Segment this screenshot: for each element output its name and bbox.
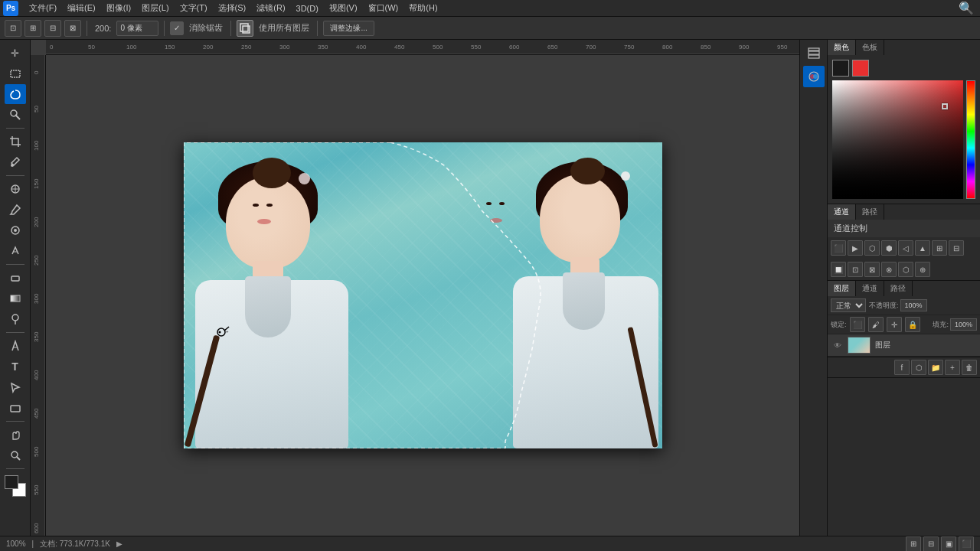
menu-filter[interactable]: 滤镜(R)	[252, 1, 289, 15]
history-brush-btn[interactable]	[5, 241, 26, 261]
paths-tab2[interactable]: 路径	[884, 281, 913, 296]
pen-tool-btn[interactable]	[5, 336, 26, 356]
canvas-content[interactable]: +	[46, 55, 799, 536]
fg-color-large[interactable]	[832, 60, 849, 77]
fg-color-swatch[interactable]	[5, 475, 18, 489]
status-btn-3[interactable]: ▣	[941, 536, 956, 552]
paths-tab[interactable]: 路径	[856, 204, 884, 220]
ch-btn-14[interactable]: ⊕	[915, 262, 930, 277]
channel-btn-5[interactable]: ◁	[898, 240, 913, 256]
channel-btn-2[interactable]: ▶	[848, 240, 863, 256]
color-picker-handle[interactable]	[942, 103, 948, 109]
intersect-selection-btn[interactable]: ⊠	[64, 20, 81, 37]
move-tool-btn[interactable]: ✛	[5, 43, 26, 63]
color-hue-slider[interactable]	[966, 80, 975, 199]
ch-btn-11[interactable]: ⊠	[864, 262, 880, 277]
channel-btn-3[interactable]: ⬡	[864, 240, 880, 256]
lasso-options-btn[interactable]: ⊡	[5, 20, 21, 37]
refine-edge-btn[interactable]: 调整边缘...	[323, 21, 374, 36]
search-icon[interactable]: 🔍	[956, 1, 977, 15]
menu-3d[interactable]: 3D(D)	[292, 2, 323, 15]
add-selection-btn[interactable]: ⊞	[24, 20, 41, 37]
layer-new-layer-btn[interactable]: +	[945, 360, 960, 375]
color-tab[interactable]: 颜色	[828, 40, 856, 55]
bg-color-large[interactable]	[852, 60, 869, 77]
menu-file[interactable]: 文件(F)	[24, 1, 61, 15]
shape-tool-btn[interactable]	[5, 398, 26, 418]
feather-input[interactable]	[116, 21, 158, 36]
eraser-btn[interactable]	[5, 268, 26, 288]
path-selection-btn[interactable]	[5, 377, 26, 397]
fill-input[interactable]	[950, 318, 977, 331]
subtract-selection-btn[interactable]: ⊟	[44, 20, 61, 37]
channel-btn-7[interactable]: ⊞	[932, 240, 947, 256]
menu-image[interactable]: 图像(I)	[102, 1, 136, 15]
text-tool-btn[interactable]: T	[5, 357, 26, 377]
magic-wand-btn[interactable]	[5, 105, 26, 125]
menu-view[interactable]: 视图(V)	[325, 1, 362, 15]
brush-tool-btn[interactable]	[5, 200, 26, 220]
mode-icon[interactable]	[237, 20, 253, 37]
channel-btn-8[interactable]: ⊟	[949, 240, 964, 256]
crop-tool-btn[interactable]	[5, 132, 26, 152]
opacity-input[interactable]	[900, 299, 927, 311]
channels-header[interactable]: 通道控制	[828, 220, 980, 237]
status-btn-1[interactable]: ⊞	[906, 536, 921, 552]
layer-visibility-eye[interactable]: 👁	[832, 340, 843, 350]
healing-brush-btn[interactable]	[5, 179, 26, 199]
svg-text:150: 150	[165, 44, 175, 51]
right-panel: 颜色 色板	[827, 40, 980, 536]
ch-btn-9[interactable]: 🔲	[831, 262, 846, 277]
menu-text[interactable]: 文字(T)	[175, 1, 212, 15]
menu-help[interactable]: 帮助(H)	[404, 1, 442, 15]
svg-point-4	[11, 110, 17, 116]
zoom-tool-btn[interactable]	[5, 445, 26, 465]
color-icon-btn[interactable]	[803, 66, 825, 87]
layer-new-group-btn[interactable]: 📁	[928, 360, 943, 375]
ch-btn-13[interactable]: ⬡	[898, 262, 913, 277]
layer-delete-btn[interactable]: 🗑	[962, 360, 977, 375]
svg-rect-12	[11, 276, 19, 281]
color-swatches[interactable]	[5, 475, 26, 497]
channel-btn-4[interactable]: ⬢	[881, 240, 897, 256]
channels-tab[interactable]: 通道	[828, 204, 856, 220]
channel-btn-6[interactable]: ▲	[915, 240, 930, 256]
lasso-tool-btn[interactable]	[5, 84, 26, 104]
channels-tab2[interactable]: 通道	[856, 281, 884, 296]
dodge-btn[interactable]	[5, 309, 26, 329]
layers-section: 图层 通道 路径 正常 不透明度: 锁定: ⬛	[828, 281, 980, 378]
gradient-btn[interactable]	[5, 289, 26, 308]
layers-tab[interactable]: 图层	[828, 281, 856, 296]
status-btn-2[interactable]: ⊟	[923, 536, 939, 552]
lock-transparent-btn[interactable]: ⬛	[850, 317, 865, 332]
ch-btn-10[interactable]: ⊡	[848, 262, 863, 277]
canvas-area[interactable]: img225.jpg @ 100%(RGB/8#) * × 0 50 100 1…	[31, 40, 799, 536]
opacity-label: 不透明度:	[869, 301, 899, 311]
lock-paint-btn[interactable]: 🖌	[868, 317, 884, 332]
anti-alias-label: 消除锯齿	[187, 22, 225, 34]
menu-layer[interactable]: 图层(L)	[137, 1, 173, 15]
svg-text:550: 550	[471, 44, 482, 51]
channel-btn-1[interactable]: ⬛	[831, 240, 846, 256]
status-btn-4[interactable]: ⬛	[959, 536, 974, 552]
menu-edit[interactable]: 编辑(E)	[63, 1, 100, 15]
blend-mode-select[interactable]: 正常	[831, 298, 866, 312]
layers-icon-btn[interactable]	[803, 43, 825, 64]
layer-item-1[interactable]: 👁 图层	[828, 334, 980, 357]
menu-select[interactable]: 选择(S)	[214, 1, 251, 15]
lock-move-btn[interactable]: ✛	[887, 317, 902, 332]
hand-tool-btn[interactable]	[5, 425, 26, 445]
marquee-tool-btn[interactable]	[5, 64, 26, 83]
layer-add-mask-btn[interactable]: ⬡	[911, 360, 926, 375]
status-arrow[interactable]: ▶	[116, 540, 122, 548]
ch-btn-12[interactable]: ⊗	[881, 262, 897, 277]
svg-text:650: 650	[547, 44, 558, 51]
lock-all-btn[interactable]: 🔒	[905, 317, 920, 332]
anti-alias-toggle[interactable]: ✓	[170, 21, 184, 35]
menu-window[interactable]: 窗口(W)	[364, 1, 403, 15]
layer-add-style-btn[interactable]: f	[894, 360, 910, 375]
swatches-tab[interactable]: 色板	[856, 40, 884, 55]
color-gradient-picker[interactable]	[832, 80, 963, 199]
eyedropper-btn[interactable]	[5, 152, 26, 172]
clone-stamp-btn[interactable]	[5, 220, 26, 240]
